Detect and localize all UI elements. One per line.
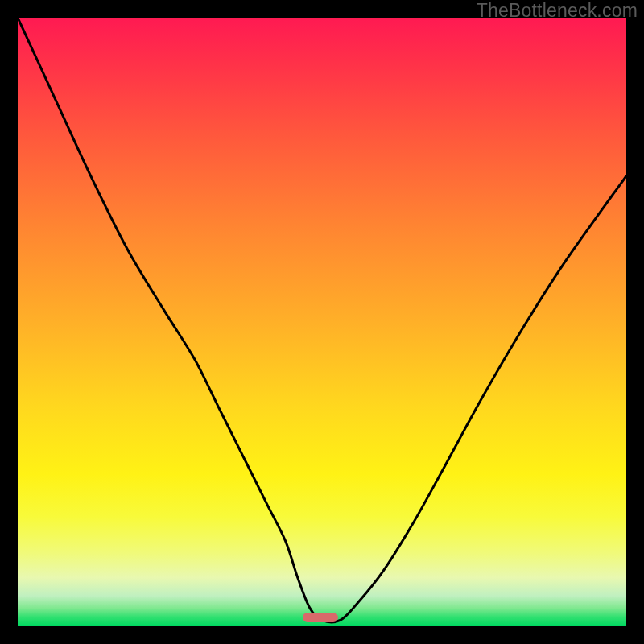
plot-area: [18, 18, 626, 626]
bottleneck-curve: [18, 18, 626, 626]
watermark-text: TheBottleneck.com: [477, 0, 638, 22]
optimal-marker: [303, 613, 338, 622]
chart-frame: TheBottleneck.com: [0, 0, 644, 644]
